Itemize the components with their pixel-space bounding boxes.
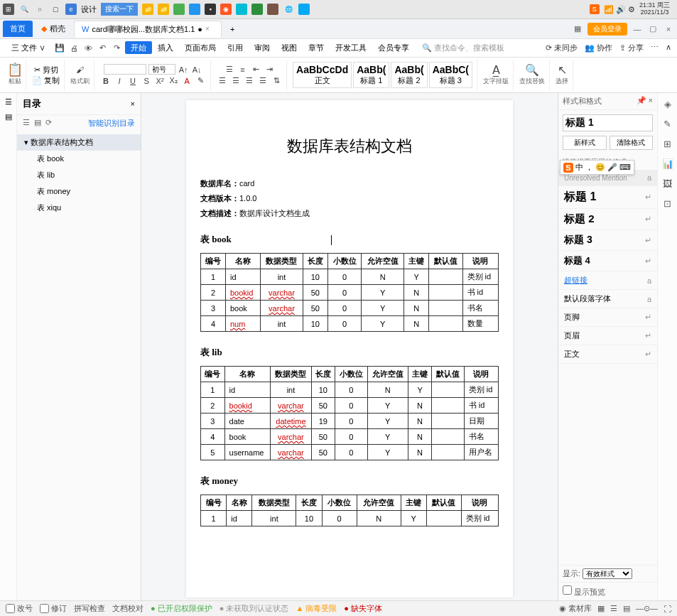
toc-item[interactable]: 表 xiqu — [17, 200, 141, 216]
menu-视图[interactable]: 视图 — [276, 41, 303, 54]
cortana-icon[interactable]: ○ — [34, 4, 45, 15]
new-style-button[interactable]: 新样式 — [563, 136, 607, 150]
view-mode-3-icon[interactable]: ▤ — [623, 604, 630, 613]
ime-punct-icon[interactable]: ， — [585, 162, 593, 173]
ime-voice-icon[interactable]: 🎤 — [607, 163, 617, 172]
close-icon[interactable]: × — [205, 25, 214, 33]
style-list-item[interactable]: 页脚↵ — [558, 308, 657, 327]
format-painter-icon[interactable]: 🖌 — [75, 64, 86, 75]
ie-icon[interactable]: e — [65, 4, 77, 15]
menu-插入[interactable]: 插入 — [152, 41, 179, 54]
search-button[interactable]: 搜索一下 — [101, 3, 138, 16]
search-icon[interactable]: 🔍 — [18, 4, 30, 15]
tab-add[interactable]: + — [223, 22, 242, 36]
size-select[interactable] — [148, 64, 175, 75]
italic-icon[interactable]: I — [114, 75, 125, 87]
undo-icon[interactable]: ↶ — [97, 43, 108, 54]
save-icon[interactable]: 💾 — [54, 43, 65, 54]
ime-toolbar[interactable]: S 中 ， 😊 🎤 ⌨ — [560, 160, 634, 175]
sub-icon[interactable]: X₂ — [168, 75, 179, 87]
style-2[interactable]: AaBb(标题 2 — [391, 62, 427, 88]
rail-icon-1[interactable]: ◈ — [661, 97, 674, 110]
zoom-slider[interactable]: —⊙— — [636, 604, 658, 613]
view-mode-2-icon[interactable]: ☰ — [610, 604, 617, 613]
tab-home[interactable]: 首页 — [3, 21, 33, 37]
menu-审阅[interactable]: 审阅 — [249, 41, 276, 54]
preview-icon[interactable]: 👁 — [82, 43, 94, 54]
fullscreen-icon[interactable]: ⛶ — [664, 605, 671, 613]
status-missing-font[interactable]: ● 缺失字体 — [344, 603, 382, 614]
tab-pdf[interactable]: ◆稻壳 — [34, 21, 72, 37]
terminal-icon[interactable]: ▪ — [205, 4, 216, 15]
toc-tool-1[interactable]: ☰ — [23, 118, 30, 129]
toc-item[interactable]: 表 book — [17, 151, 141, 167]
collab-button[interactable]: 👥 协作 — [585, 43, 612, 53]
app-icon[interactable]: ▦ — [572, 23, 583, 35]
chrome-icon[interactable]: 🌐 — [283, 4, 294, 15]
clear-style-button[interactable]: 清除格式 — [610, 136, 654, 150]
rail-icon-4[interactable]: 📊 — [661, 157, 674, 170]
highlight-icon[interactable]: ✎ — [195, 75, 206, 87]
style-list-item[interactable]: 默认段落字体a — [558, 290, 657, 308]
status-protection[interactable]: ● 已开启权限保护 — [151, 603, 212, 614]
redo-icon[interactable]: ↷ — [111, 43, 122, 54]
text-tools-icon[interactable]: A̲ — [490, 64, 502, 75]
current-style-input[interactable] — [563, 114, 653, 131]
sync-status[interactable]: ⟳ 未同步 — [546, 43, 578, 53]
font-select[interactable] — [104, 64, 146, 75]
ime-keyboard-icon[interactable]: ⌨ — [619, 163, 631, 172]
style-3[interactable]: AaBbC(标题 3 — [429, 62, 472, 88]
document-canvas[interactable]: 数据库表结构文档 数据库名：card 文档版本：1.0.0 文档描述：数据库设计… — [141, 93, 558, 600]
toc-tool-2[interactable]: ▤ — [34, 118, 41, 129]
strike-icon[interactable]: S — [141, 75, 152, 87]
align-center-icon[interactable]: ☰ — [230, 75, 242, 87]
bold-icon[interactable]: B — [100, 75, 112, 87]
shrink-font-icon[interactable]: A↓ — [191, 64, 202, 75]
app4-icon[interactable] — [236, 4, 247, 15]
window-close-icon[interactable]: × — [663, 23, 674, 35]
more-icon[interactable]: ⋯ — [651, 43, 659, 53]
command-search[interactable]: 🔍 查找命令、搜索模板 — [422, 43, 504, 53]
status-item-0[interactable]: 改号 — [6, 603, 33, 614]
folder-icon[interactable]: 📁 — [142, 4, 153, 15]
font-color-icon[interactable]: A — [181, 75, 193, 87]
folder2-icon[interactable]: 📁 — [158, 4, 169, 15]
app3-icon[interactable]: ◉ — [220, 4, 232, 15]
collapse-icon[interactable]: ∧ — [666, 43, 671, 53]
smart-toc-button[interactable]: 智能识别目录 — [88, 118, 135, 129]
bullets-icon[interactable]: ☰ — [224, 64, 235, 75]
align-left-icon[interactable]: ☰ — [217, 75, 228, 87]
toc-item[interactable]: 表 lib — [17, 167, 141, 183]
align-right-icon[interactable]: ☰ — [244, 75, 255, 87]
app2-icon[interactable] — [189, 4, 200, 15]
print-icon[interactable]: 🖨 — [68, 43, 80, 54]
sogou-tray-icon[interactable]: S — [590, 4, 600, 14]
toc-root[interactable]: ▾ 数据库表结构文档 — [17, 134, 141, 151]
menu-引用[interactable]: 引用 — [222, 41, 249, 54]
material-button[interactable]: ◉ 素材库 — [559, 603, 592, 614]
status-spell[interactable]: 拼写检查 — [74, 603, 105, 614]
style-1[interactable]: AaBb(标题 1 — [353, 62, 389, 88]
rail-icon-2[interactable]: ✎ — [661, 117, 674, 130]
super-icon[interactable]: X² — [154, 75, 166, 87]
rail-icon-6[interactable]: ⊡ — [661, 197, 674, 210]
outline-icon[interactable]: ☰ — [5, 97, 12, 107]
view-mode-1-icon[interactable]: ▦ — [597, 604, 605, 613]
copy-button[interactable]: 📄 复制 — [32, 75, 60, 86]
app1-icon[interactable] — [173, 4, 185, 15]
nav-icon[interactable]: ▤ — [5, 112, 12, 121]
clock[interactable]: 21:31 周三 2021/11/3 — [639, 2, 670, 16]
indent-dec-icon[interactable]: ⇤ — [251, 64, 262, 75]
rail-icon-3[interactable]: ⊞ — [661, 137, 674, 150]
find-icon[interactable]: 🔍 — [526, 64, 538, 75]
paste-icon[interactable]: 📋 — [9, 64, 21, 75]
line-spacing-icon[interactable]: ⇅ — [271, 75, 282, 87]
menu-开始[interactable]: 开始 — [125, 41, 152, 54]
menu-会员专享[interactable]: 会员专享 — [372, 41, 415, 54]
pane-close-icon[interactable]: × — [649, 96, 653, 104]
toc-close-icon[interactable]: × — [131, 99, 135, 108]
status-item-1[interactable]: 修订 — [40, 603, 67, 614]
select-icon[interactable]: ↖ — [556, 64, 568, 75]
ime-emoji-icon[interactable]: 😊 — [595, 163, 605, 172]
minimize-icon[interactable]: — — [632, 23, 643, 35]
